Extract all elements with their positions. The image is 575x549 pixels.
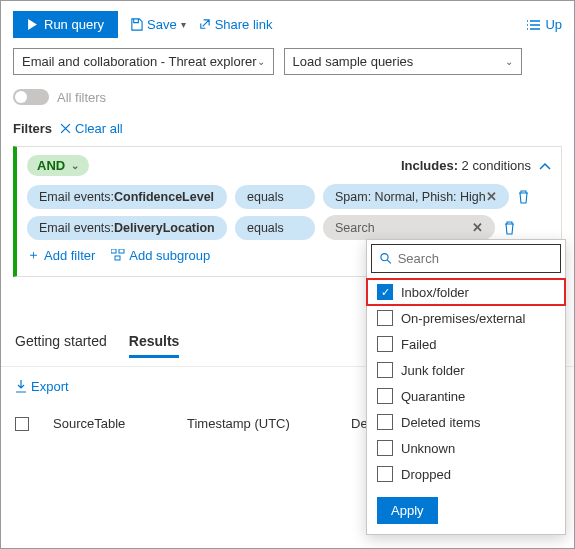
option-quarantine[interactable]: Quarantine — [367, 383, 565, 409]
value-pill[interactable]: Search ✕ — [323, 215, 495, 240]
option-label: Failed — [401, 337, 436, 352]
tab-getting-started[interactable]: Getting started — [15, 333, 107, 358]
checkbox-icon — [377, 388, 393, 404]
save-label: Save — [147, 17, 177, 32]
clear-value-icon[interactable]: ✕ — [486, 189, 497, 204]
option-deleted-items[interactable]: Deleted items — [367, 409, 565, 435]
sample-queries-label: Load sample queries — [293, 54, 414, 69]
add-filter-button[interactable]: ＋ Add filter — [27, 246, 95, 264]
condition-row: Email events: DeliveryLocation equals Se… — [27, 215, 551, 240]
condition-row: Email events: ConfidenceLevel equals Spa… — [27, 184, 551, 209]
property-pill[interactable]: Email events: ConfidenceLevel — [27, 185, 227, 209]
collapse-group-button[interactable] — [539, 158, 551, 173]
add-filter-label: Add filter — [44, 248, 95, 263]
chevron-down-icon: ⌄ — [257, 56, 265, 67]
select-all-checkbox[interactable] — [15, 417, 29, 431]
chevron-down-icon: ⌄ — [505, 56, 513, 67]
svg-rect-1 — [119, 249, 124, 253]
option-dropped[interactable]: Dropped — [367, 461, 565, 487]
operator-label: AND — [37, 158, 65, 173]
checkbox-icon — [377, 440, 393, 456]
share-link-button[interactable]: Share link — [198, 17, 273, 32]
value-pill[interactable]: Spam: Normal, Phish: High ✕ — [323, 184, 509, 209]
column-header[interactable]: SourceTable — [53, 416, 163, 431]
option-label: Inbox/folder — [401, 285, 469, 300]
option-on-premises-external[interactable]: On-premises/external — [367, 305, 565, 331]
share-icon — [198, 18, 211, 31]
up-button[interactable]: Up — [527, 17, 562, 32]
delete-condition-button[interactable] — [503, 220, 516, 236]
option-label: Deleted items — [401, 415, 480, 430]
column-header[interactable]: Timestamp (UTC) — [187, 416, 327, 431]
sample-queries-dropdown[interactable]: Load sample queries ⌄ — [284, 48, 522, 75]
operator-pill[interactable]: AND ⌄ — [27, 155, 89, 176]
option-label: Dropped — [401, 467, 451, 482]
run-query-label: Run query — [44, 17, 104, 32]
chevron-down-icon: ⌄ — [71, 160, 79, 171]
option-label: Quarantine — [401, 389, 465, 404]
option-unknown[interactable]: Unknown — [367, 435, 565, 461]
share-label: Share link — [215, 17, 273, 32]
close-icon — [60, 123, 71, 134]
option-junk-folder[interactable]: Junk folder — [367, 357, 565, 383]
tab-results[interactable]: Results — [129, 333, 180, 358]
checkbox-icon — [377, 362, 393, 378]
property-pill[interactable]: Email events: DeliveryLocation — [27, 216, 227, 240]
operator-pill[interactable]: equals — [235, 185, 315, 209]
operator-pill[interactable]: equals — [235, 216, 315, 240]
clear-all-label: Clear all — [75, 121, 123, 136]
export-button[interactable]: Export — [15, 379, 69, 394]
option-inbox-folder[interactable]: ✓ Inbox/folder — [367, 279, 565, 305]
chevron-up-icon — [539, 162, 551, 172]
option-label: Junk folder — [401, 363, 465, 378]
chevron-down-icon: ▾ — [181, 19, 186, 30]
delete-condition-button[interactable] — [517, 189, 530, 205]
save-icon — [130, 18, 143, 31]
play-icon — [27, 19, 38, 30]
svg-point-3 — [381, 254, 388, 261]
all-filters-label: All filters — [57, 90, 106, 105]
export-label: Export — [31, 379, 69, 394]
plus-icon: ＋ — [27, 246, 40, 264]
option-label: On-premises/external — [401, 311, 525, 326]
checkbox-icon — [377, 336, 393, 352]
clear-value-icon[interactable]: ✕ — [472, 220, 483, 235]
filters-heading: Filters — [13, 121, 52, 136]
scope-dropdown[interactable]: Email and collaboration - Threat explore… — [13, 48, 274, 75]
svg-rect-0 — [111, 249, 116, 253]
option-failed[interactable]: Failed — [367, 331, 565, 357]
checkbox-icon — [377, 466, 393, 482]
option-label: Unknown — [401, 441, 455, 456]
trash-icon — [517, 190, 530, 204]
checkbox-icon — [377, 414, 393, 430]
svg-rect-2 — [115, 256, 120, 260]
list-icon — [527, 19, 541, 31]
add-subgroup-label: Add subgroup — [129, 248, 210, 263]
search-icon — [380, 252, 392, 265]
apply-button[interactable]: Apply — [377, 497, 438, 524]
save-button[interactable]: Save ▾ — [130, 17, 186, 32]
trash-icon — [503, 221, 516, 235]
includes-summary: Includes: 2 conditions — [401, 158, 531, 173]
download-icon — [15, 380, 27, 393]
all-filters-toggle[interactable] — [13, 89, 49, 105]
dropdown-search[interactable] — [371, 244, 561, 273]
clear-all-button[interactable]: Clear all — [60, 121, 123, 136]
checkbox-icon: ✓ — [377, 284, 393, 300]
checkbox-icon — [377, 310, 393, 326]
up-label: Up — [545, 17, 562, 32]
scope-selected: Email and collaboration - Threat explore… — [22, 54, 257, 69]
subgroup-icon — [111, 249, 125, 261]
run-query-button[interactable]: Run query — [13, 11, 118, 38]
add-subgroup-button[interactable]: Add subgroup — [111, 246, 210, 264]
value-dropdown-panel: ✓ Inbox/folder On-premises/external Fail… — [366, 239, 566, 535]
dropdown-search-input[interactable] — [398, 251, 552, 266]
